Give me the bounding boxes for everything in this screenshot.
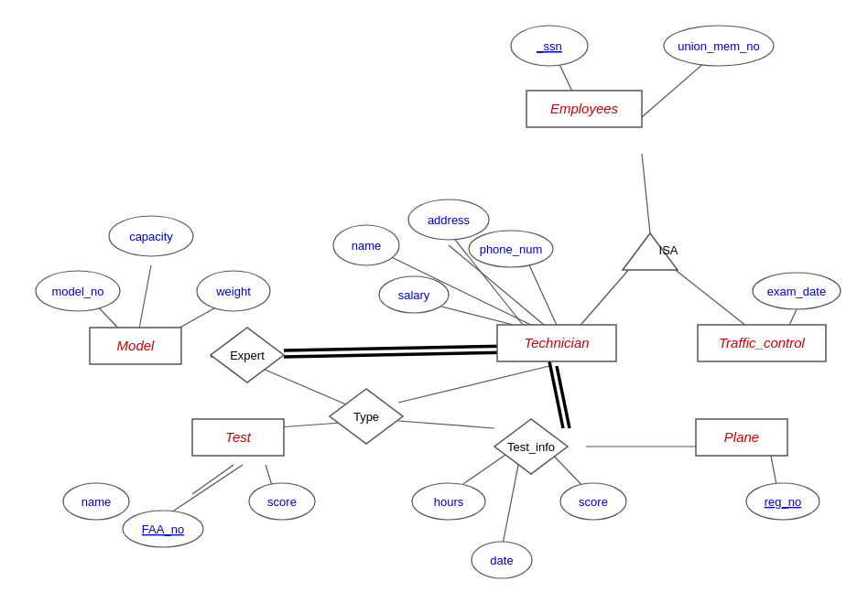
svg-line-22 [398, 421, 494, 428]
svg-line-1 [642, 62, 705, 117]
attr-address-label: address [428, 213, 471, 227]
svg-line-16 [284, 346, 517, 350]
svg-line-8 [526, 259, 559, 329]
attr-name-test-label: name [81, 495, 112, 509]
relation-test-info-label: Test_info [507, 440, 555, 454]
entity-plane-label: Plane [724, 429, 759, 445]
attr-capacity-label: capacity [129, 230, 173, 243]
svg-line-3 [577, 261, 636, 329]
attr-score-info-label: score [579, 495, 608, 509]
attr-reg-no-label: reg_no [765, 495, 801, 509]
svg-line-4 [664, 261, 751, 329]
svg-line-2 [642, 154, 650, 233]
relation-type-label: Type [353, 410, 379, 424]
svg-line-20 [557, 366, 570, 428]
entity-model-label: Model [117, 338, 156, 353]
svg-line-18 [398, 366, 549, 403]
svg-line-31 [256, 366, 353, 407]
attr-ssn-label: _ssn [536, 39, 561, 53]
attr-weight-label: weight [215, 285, 251, 298]
attr-score-test-label: score [267, 495, 297, 509]
attr-date-label: date [490, 554, 513, 567]
attr-hours-label: hours [434, 495, 464, 509]
attr-exam-date-label: exam_date [767, 285, 826, 298]
attr-salary-label: salary [398, 288, 430, 302]
attr-faa-no-label: FAA_no [142, 522, 184, 536]
attr-phone-num-label: phone_num [480, 242, 543, 256]
attr-model-no-label: model_no [51, 285, 103, 298]
attr-union-mem-no-label: union_mem_no [678, 39, 760, 53]
entity-technician-label: Technician [524, 335, 589, 350]
entity-traffic-control-label: Traffic_control [719, 335, 806, 350]
relation-expert-label: Expert [230, 349, 265, 362]
entity-employees-label: Employees [550, 101, 619, 116]
svg-line-17 [284, 352, 517, 357]
svg-line-23 [192, 465, 233, 494]
attr-name-tech-label: name [352, 239, 382, 253]
entity-test-label: Test [225, 429, 252, 445]
isa-label: ISA [659, 243, 678, 257]
